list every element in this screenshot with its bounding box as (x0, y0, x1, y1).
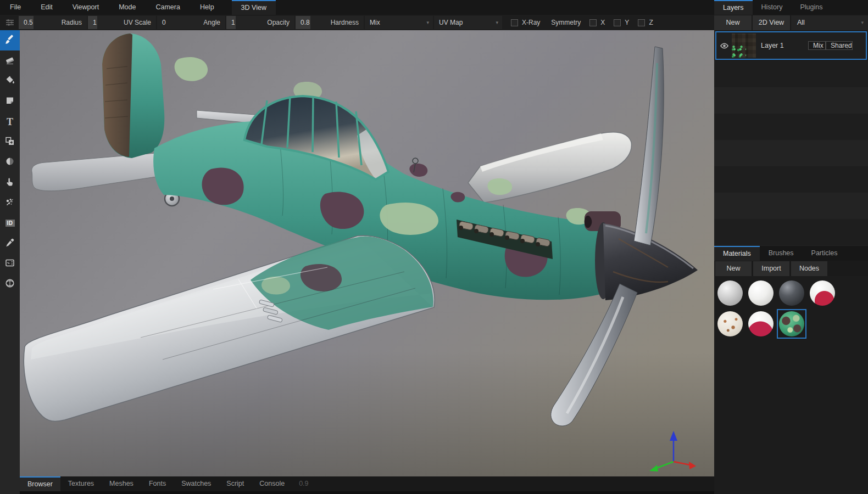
xray-label: X-Ray (522, 19, 540, 26)
material-red-white-swoosh[interactable] (808, 278, 837, 308)
tool-blur[interactable] (0, 152, 20, 172)
right-panel: Layers History Plugins New 2D View All ▾… (714, 0, 868, 494)
nodes-button[interactable]: Nodes (791, 261, 827, 276)
tool-eraser[interactable] (0, 50, 20, 71)
opacity-value: 1 (231, 16, 235, 29)
tab-meshes[interactable]: Meshes (102, 476, 141, 491)
opacity-slider[interactable]: 1 Opacity (226, 16, 294, 29)
tab-fonts[interactable]: Fonts (141, 476, 174, 491)
radius-value: 0.5 (24, 16, 33, 29)
menu-camera[interactable]: Camera (146, 0, 190, 15)
eraser-icon (4, 54, 15, 68)
tab-plugins[interactable]: Plugins (791, 0, 831, 15)
uv-scale-value: 1 (93, 16, 97, 29)
menu-bar: File Edit Viewport Mode Camera Help 3D V… (0, 0, 714, 15)
bake-icon (4, 257, 15, 271)
smudge-hand-icon (4, 176, 15, 189)
menu-viewport[interactable]: Viewport (63, 0, 109, 15)
menu-help[interactable]: Help (190, 0, 224, 15)
layer-visibility-toggle[interactable] (716, 41, 732, 50)
layer-filter-dropdown[interactable]: All ▾ (791, 15, 868, 30)
material-dark-glossy[interactable] (777, 278, 806, 308)
tab-particles[interactable]: Particles (803, 246, 847, 261)
tab-script[interactable]: Script (219, 476, 252, 491)
tab-console[interactable]: Console (252, 476, 292, 491)
materials-tab-bar: Materials Brushes Particles (714, 246, 868, 261)
xray-checkbox[interactable] (511, 19, 518, 26)
symmetry-x-label: X (600, 19, 605, 26)
tool-column: T ID (0, 30, 20, 494)
text-tool-icon: T (7, 117, 13, 127)
particle-spray-icon (4, 197, 15, 210)
tool-particle[interactable] (0, 193, 20, 213)
tool-decal[interactable] (0, 91, 20, 111)
tool-text[interactable]: T (0, 111, 20, 132)
bottom-tab-bar: Browser Textures Meshes Fonts Swatches S… (20, 476, 714, 494)
layer-thumbnail[interactable] (732, 33, 756, 58)
tab-layers[interactable]: Layers (714, 0, 753, 15)
material-white-matte[interactable] (746, 278, 776, 308)
viewport-3d[interactable] (20, 30, 714, 476)
material-swatch-grid (714, 276, 868, 341)
layer-name: Layer 1 (761, 42, 808, 49)
layer-filter-value: All (797, 19, 805, 26)
tool-clone[interactable] (0, 132, 20, 152)
tool-material[interactable] (0, 274, 20, 294)
tool-picker[interactable] (0, 233, 20, 254)
opacity-label: Opacity (267, 16, 290, 29)
fill-bucket-icon (4, 75, 15, 88)
menu-edit[interactable]: Edit (31, 0, 63, 15)
tab-textures[interactable]: Textures (60, 476, 102, 491)
new-material-button[interactable]: New (715, 261, 752, 276)
colorid-icon: ID (5, 220, 15, 227)
blend-mode-value: Mix (370, 16, 380, 29)
radius-label: Radius (62, 16, 82, 29)
menu-mode[interactable]: Mode (109, 0, 146, 15)
new-layer-button[interactable]: New (714, 15, 752, 30)
materials-toolbar: New Import Nodes (714, 261, 868, 276)
uv-map-dropdown[interactable]: UV Map ▾ (434, 16, 502, 29)
layer-blend-mode-dropdown[interactable]: Mix ▾ (808, 41, 826, 50)
tab-3d-view[interactable]: 3D View (232, 0, 276, 15)
tool-bake[interactable] (0, 254, 20, 274)
blend-mode-dropdown[interactable]: Mix ▾ (365, 16, 433, 29)
material-sphere-icon (4, 278, 15, 291)
2d-view-button[interactable]: 2D View (753, 15, 790, 30)
sliders-settings-icon[interactable] (2, 16, 18, 29)
layer-row[interactable]: Layer 1 Mix ▾ Shared ▾ (715, 31, 867, 60)
menu-file[interactable]: File (0, 0, 31, 15)
tool-fill[interactable] (0, 71, 20, 91)
hardness-slider[interactable]: 0.8 Hardness (296, 16, 364, 29)
angle-value: 0 (162, 16, 166, 29)
tab-materials[interactable]: Materials (714, 246, 760, 261)
decal-icon (4, 95, 15, 108)
tab-browser[interactable]: Browser (20, 476, 60, 491)
chevron-down-icon: ▾ (496, 16, 498, 29)
layers-tab-bar: Layers History Plugins (714, 0, 868, 15)
tab-swatches[interactable]: Swatches (174, 476, 219, 491)
eye-icon (720, 41, 729, 50)
layer-object-dropdown[interactable]: Shared ▾ (826, 41, 853, 50)
material-gray-glossy[interactable] (715, 278, 745, 308)
uv-map-value: UV Map (439, 16, 463, 29)
uv-scale-slider[interactable]: 1 UV Scale (88, 16, 156, 29)
tool-colorid[interactable]: ID (0, 213, 20, 233)
tab-history[interactable]: History (753, 0, 792, 15)
tool-brush[interactable] (0, 30, 20, 50)
angle-slider[interactable]: 0 Angle (157, 16, 225, 29)
brush-icon (4, 34, 15, 47)
material-rust-speckled[interactable] (715, 309, 745, 339)
import-material-button[interactable]: Import (753, 261, 789, 276)
tool-smudge[interactable] (0, 172, 20, 193)
uv-scale-label: UV Scale (124, 16, 151, 29)
angle-label: Angle (203, 16, 220, 29)
symmetry-z-checkbox[interactable] (638, 19, 645, 26)
tab-brushes[interactable]: Brushes (760, 246, 803, 261)
symmetry-x-checkbox[interactable] (589, 19, 597, 26)
symmetry-y-checkbox[interactable] (614, 19, 621, 26)
radius-slider[interactable]: 0.5 Radius (19, 16, 87, 29)
clone-icon (4, 136, 15, 149)
material-red-white-bold[interactable] (746, 309, 776, 339)
material-teal-camo-selected[interactable] (777, 309, 806, 339)
chevron-down-icon: ▾ (861, 15, 864, 30)
